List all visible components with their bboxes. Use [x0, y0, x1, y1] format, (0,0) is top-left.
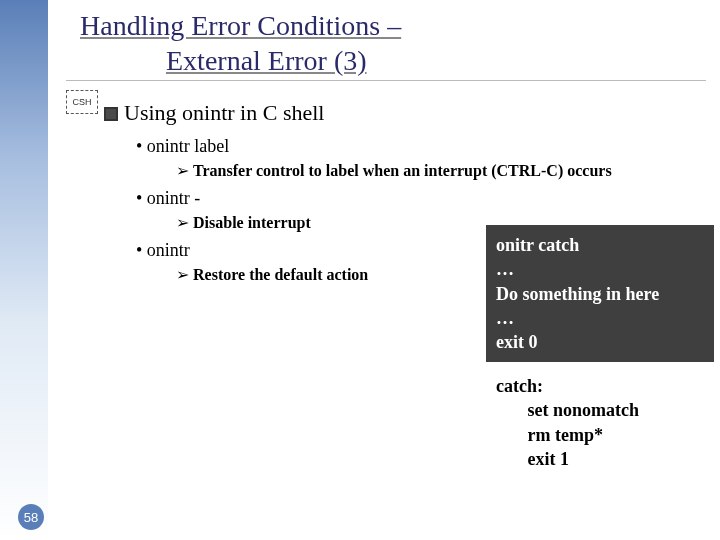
- item-label: onintr: [147, 240, 190, 260]
- org-label: Computer Center, CS, NCTU: [0, 155, 2, 411]
- code-block-1: onitr catch … Do something in here … exi…: [486, 225, 714, 362]
- slide-title: Handling Error Conditions – External Err…: [80, 8, 720, 78]
- item-label: onintr label: [147, 136, 229, 156]
- title-line-2: External Error (3): [166, 43, 720, 78]
- square-bullet-icon: [104, 107, 118, 121]
- slide-content: Handling Error Conditions – External Err…: [60, 0, 720, 292]
- sidebar-gradient: Computer Center, CS, NCTU: [0, 0, 48, 540]
- section-heading: Using onintr in C shell: [104, 100, 720, 126]
- sub-item: Transfer control to label when an interr…: [176, 161, 720, 180]
- item-label: onintr -: [147, 188, 201, 208]
- list-item: onintr label Transfer control to label w…: [136, 136, 720, 180]
- title-line-1: Handling Error Conditions –: [80, 10, 401, 41]
- page-number-badge: 58: [18, 504, 44, 530]
- code-block-2: catch: set nonomatch rm temp* exit 1: [486, 374, 714, 471]
- section-heading-text: Using onintr in C shell: [124, 100, 324, 125]
- sub-list: Transfer control to label when an interr…: [176, 161, 720, 180]
- title-divider: [66, 80, 706, 82]
- csh-icon: CSH: [66, 90, 98, 114]
